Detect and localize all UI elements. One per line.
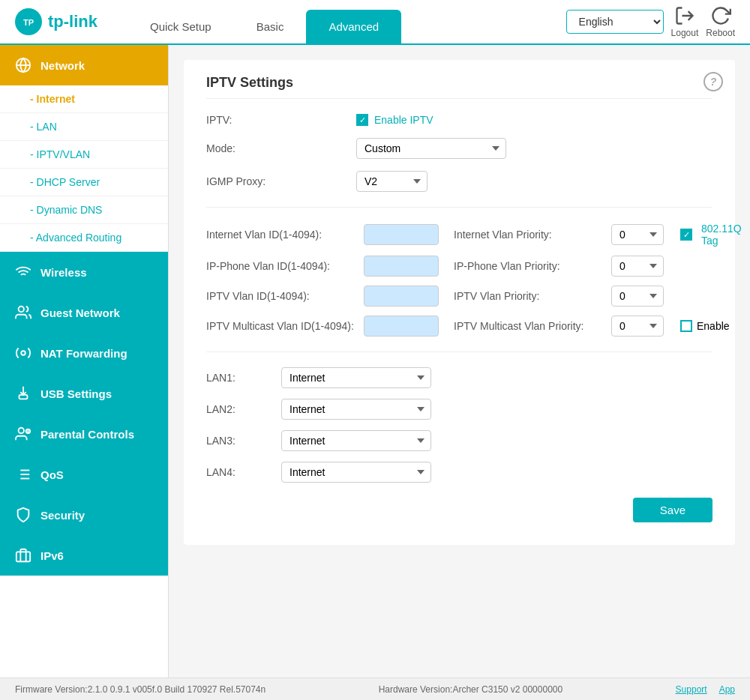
sidebar-subitem-advanced-routing[interactable]: - Advanced Routing <box>0 224 168 252</box>
nav-tabs: Quick Setup Basic Advanced <box>128 0 566 43</box>
mode-select[interactable]: Custom Bridge VLAN <box>356 138 506 159</box>
iptv-vlan-id-input[interactable] <box>364 286 439 307</box>
sidebar-security-header[interactable]: Security <box>0 495 168 535</box>
sidebar-guest-label: Guest Network <box>40 307 120 319</box>
app-link[interactable]: App <box>719 684 735 695</box>
sidebar-section-network[interactable]: Network - Internet - LAN - IPTV/VLAN - D… <box>0 45 168 252</box>
sidebar-section-usb[interactable]: USB Settings <box>0 373 168 414</box>
iptv-multicast-priority-row: IPTV Multicast Vlan Priority: 012 Enable <box>454 316 742 337</box>
mode-row: Mode: Custom Bridge VLAN <box>206 138 712 159</box>
sidebar-section-parental[interactable]: Parental Controls <box>0 414 168 454</box>
sidebar-parental-header[interactable]: Parental Controls <box>0 414 168 454</box>
mode-control: Custom Bridge VLAN <box>356 138 506 159</box>
lan2-select[interactable]: InternetIPTVIP-PhoneNone <box>281 399 431 420</box>
ip-phone-vlan-id-input[interactable] <box>364 256 439 277</box>
ip-phone-vlan-id-label: IP-Phone Vlan ID(1-4094): <box>206 260 356 272</box>
lan4-select[interactable]: InternetIPTVIP-PhoneNone <box>281 462 431 483</box>
tag-row: 802.11Q Tag <box>680 223 742 247</box>
ip-phone-vlan-priority-label: IP-Phone Vlan Priority: <box>454 260 604 272</box>
802-11q-label: 802.11Q Tag <box>701 223 742 247</box>
802-11q-checkbox[interactable] <box>680 229 692 241</box>
iptv-vlan-id-label: IPTV Vlan ID(1-4094): <box>206 290 356 302</box>
lan1-select[interactable]: InternetIPTVIP-PhoneNone <box>281 367 431 388</box>
content-card: IPTV Settings ? IPTV: Enable IPTV Mode: … <box>184 60 735 545</box>
reboot-button[interactable]: Reboot <box>706 5 735 38</box>
language-select[interactable]: English <box>566 10 664 34</box>
lan-ports-section: LAN1: InternetIPTVIP-PhoneNone LAN2: Int… <box>206 367 712 483</box>
tab-quick-setup[interactable]: Quick Setup <box>128 10 234 43</box>
parental-icon <box>15 426 32 442</box>
sidebar-usb-label: USB Settings <box>40 387 112 400</box>
save-btn-row: Save <box>206 498 712 522</box>
svg-rect-17 <box>16 552 30 561</box>
people-icon <box>15 304 32 321</box>
iptv-vlan-id-row: IPTV Vlan ID(1-4094): <box>206 286 439 307</box>
multicast-enable-checkbox[interactable] <box>680 320 692 332</box>
reboot-icon <box>710 5 731 26</box>
internet-vlan-priority-row: Internet Vlan Priority: 01234567 802.11Q… <box>454 223 742 247</box>
globe-icon <box>15 57 32 73</box>
sidebar-guest-header[interactable]: Guest Network <box>0 292 168 333</box>
help-icon[interactable]: ? <box>704 72 723 91</box>
iptv-multicast-priority-label: IPTV Multicast Vlan Priority: <box>454 320 604 332</box>
sidebar-network-subitems: - Internet - LAN - IPTV/VLAN - DHCP Serv… <box>0 85 168 252</box>
save-button[interactable]: Save <box>633 498 712 522</box>
sidebar-subitem-dynamic-dns[interactable]: - Dynamic DNS <box>0 196 168 224</box>
sidebar-wireless-header[interactable]: Wireless <box>0 252 168 292</box>
sidebar-section-qos[interactable]: QoS <box>0 454 168 495</box>
sidebar-section-ipv6[interactable]: IPv6 <box>0 535 168 576</box>
header: TP tp-link Quick Setup Basic Advanced En… <box>0 0 750 45</box>
sidebar-network-header[interactable]: Network <box>0 45 168 85</box>
tab-basic[interactable]: Basic <box>234 10 307 43</box>
main-layout: Network - Internet - LAN - IPTV/VLAN - D… <box>0 45 750 678</box>
logo-text: tp-link <box>48 12 98 31</box>
iptv-multicast-vlan-id-input[interactable] <box>364 316 439 337</box>
lan3-select[interactable]: InternetIPTVIP-PhoneNone <box>281 430 431 451</box>
lan1-row: LAN1: InternetIPTVIP-PhoneNone <box>206 367 712 388</box>
ip-phone-vlan-id-row: IP-Phone Vlan ID(1-4094): <box>206 256 439 277</box>
internet-vlan-priority-select[interactable]: 01234567 <box>611 224 664 245</box>
iptv-enable-label: Enable IPTV <box>374 114 434 126</box>
sidebar-section-nat[interactable]: NAT Forwarding <box>0 333 168 373</box>
svg-point-5 <box>19 307 24 312</box>
logo-area: TP tp-link <box>15 8 98 35</box>
iptv-multicast-priority-select[interactable]: 012 <box>611 316 664 337</box>
iptv-multicast-vlan-id-row: IPTV Multicast Vlan ID(1-4094): <box>206 316 439 337</box>
sidebar-subitem-iptv-vlan[interactable]: - IPTV/VLAN <box>0 141 168 169</box>
svg-point-8 <box>19 428 24 433</box>
sidebar-section-wireless[interactable]: Wireless <box>0 252 168 292</box>
sidebar-nat-label: NAT Forwarding <box>40 347 128 360</box>
internet-vlan-id-input[interactable] <box>364 224 439 245</box>
support-link[interactable]: Support <box>676 684 707 695</box>
iptv-vlan-priority-select[interactable]: 012 <box>611 286 664 307</box>
iptv-checkbox[interactable] <box>356 114 368 126</box>
svg-text:TP: TP <box>23 18 34 27</box>
internet-vlan-id-row: Internet Vlan ID(1-4094): <box>206 223 439 247</box>
sidebar-usb-header[interactable]: USB Settings <box>0 373 168 414</box>
sidebar-subitem-internet[interactable]: - Internet <box>0 85 168 113</box>
ip-phone-vlan-priority-select[interactable]: 012 <box>611 256 664 277</box>
sidebar-parental-label: Parental Controls <box>40 428 134 441</box>
sidebar-security-label: Security <box>40 509 85 522</box>
sidebar-ipv6-header[interactable]: IPv6 <box>0 535 168 576</box>
lan2-row: LAN2: InternetIPTVIP-PhoneNone <box>206 399 712 420</box>
lan4-label: LAN4: <box>206 466 281 478</box>
sidebar-subitem-lan[interactable]: - LAN <box>0 113 168 141</box>
internet-vlan-id-label: Internet Vlan ID(1-4094): <box>206 229 356 241</box>
tab-advanced[interactable]: Advanced <box>306 10 401 43</box>
header-right: English Logout Reboot <box>566 5 735 38</box>
igmp-label: IGMP Proxy: <box>206 175 356 187</box>
sidebar-subitem-dhcp[interactable]: - DHCP Server <box>0 169 168 196</box>
sidebar-nat-header[interactable]: NAT Forwarding <box>0 333 168 373</box>
qos-icon <box>15 466 32 483</box>
content-area: IPTV Settings ? IPTV: Enable IPTV Mode: … <box>169 45 750 678</box>
sidebar-ipv6-label: IPv6 <box>40 549 64 562</box>
igmp-select[interactable]: V2 V3 Disabled <box>356 171 428 192</box>
logout-label: Logout <box>671 28 699 38</box>
sidebar-section-guest-network[interactable]: Guest Network <box>0 292 168 333</box>
sidebar-qos-header[interactable]: QoS <box>0 454 168 495</box>
sidebar-section-security[interactable]: Security <box>0 495 168 535</box>
logout-button[interactable]: Logout <box>671 5 699 38</box>
footer: Firmware Version:2.1.0 0.9.1 v005f.0 Bui… <box>0 678 750 700</box>
nat-icon <box>15 345 32 361</box>
